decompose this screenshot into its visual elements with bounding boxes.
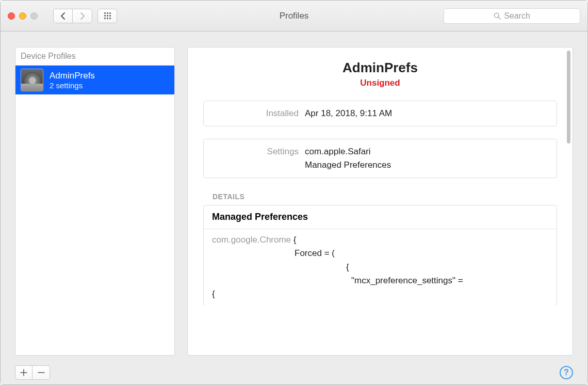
profile-gear-icon [21, 69, 43, 91]
search-placeholder: Search [504, 11, 530, 21]
settings-row-2: Managed Preferences [212, 160, 548, 170]
close-button[interactable] [8, 12, 15, 20]
sidebar-header: Device Profiles [15, 47, 174, 66]
forward-button[interactable] [73, 9, 92, 23]
traffic-lights [8, 12, 38, 20]
add-remove-buttons [15, 365, 50, 380]
details-title: Managed Preferences [204, 205, 557, 229]
settings-value-1: com.apple.Safari [305, 147, 371, 157]
sidebar: Device Profiles AdminPrefs 2 settings [15, 47, 175, 356]
details-domain: com.google.Chrome [212, 235, 291, 245]
fullscreen-button [30, 12, 38, 20]
details-content: com.google.Chrome { Forced = ( { "mcx_pr… [204, 229, 557, 306]
settings-label: Settings [212, 147, 305, 157]
details-section-label: DETAILS [203, 192, 557, 201]
chevron-left-icon [60, 12, 66, 20]
sidebar-item-adminprefs[interactable]: AdminPrefs 2 settings [15, 66, 174, 94]
scrollbar[interactable] [567, 51, 570, 143]
footer: ? [1, 361, 587, 384]
nav-buttons [53, 9, 92, 23]
settings-value-2: Managed Preferences [305, 160, 391, 170]
add-button[interactable] [15, 365, 32, 380]
details-line-mcx: "mcx_preference_settings" = [212, 274, 548, 287]
back-button[interactable] [53, 9, 73, 23]
details-line-brace1: { [212, 261, 548, 274]
search-icon [494, 12, 501, 20]
content-area: Device Profiles AdminPrefs 2 settings Ad… [1, 31, 587, 361]
installed-box: Installed Apr 18, 2018, 9:11 AM [203, 101, 557, 126]
plus-icon [20, 369, 27, 376]
sidebar-item-title: AdminPrefs [50, 71, 95, 81]
titlebar: Profiles Search [1, 1, 587, 31]
minimize-button[interactable] [19, 12, 26, 20]
chevron-right-icon [80, 12, 85, 20]
installed-label: Installed [212, 108, 305, 119]
installed-row: Installed Apr 18, 2018, 9:11 AM [212, 108, 548, 119]
help-button[interactable]: ? [560, 366, 573, 379]
preferences-window: Profiles Search Device Profiles AdminPre… [0, 0, 588, 385]
window-title: Profiles [280, 11, 309, 21]
search-input[interactable]: Search [444, 8, 580, 24]
installed-value: Apr 18, 2018, 9:11 AM [305, 108, 392, 119]
remove-button[interactable] [32, 365, 50, 380]
profile-title: AdminPrefs [203, 60, 557, 76]
minus-icon [38, 369, 45, 376]
main-panel: AdminPrefs Unsigned Installed Apr 18, 20… [187, 47, 573, 356]
svg-line-1 [498, 17, 500, 19]
sidebar-item-subtitle: 2 settings [50, 81, 95, 90]
grid-icon [104, 12, 111, 19]
details-box: Managed Preferences com.google.Chrome { … [203, 205, 557, 306]
show-all-button[interactable] [97, 9, 117, 23]
details-line-forced: Forced = ( [212, 247, 548, 260]
settings-box: Settings com.apple.Safari Managed Prefer… [203, 139, 557, 178]
profile-status: Unsigned [203, 78, 557, 88]
details-line-brace2: { [212, 287, 548, 301]
settings-row-1: Settings com.apple.Safari [212, 147, 548, 157]
sidebar-item-text: AdminPrefs 2 settings [50, 71, 95, 90]
